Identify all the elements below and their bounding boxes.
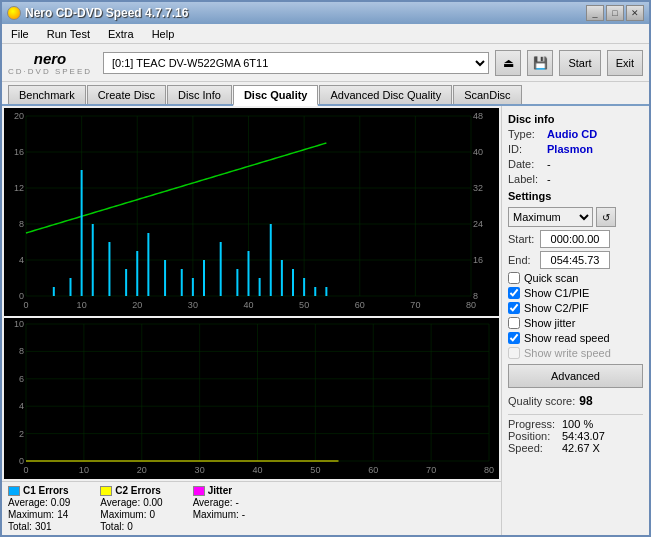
show-c2-checkbox[interactable] [508,302,520,314]
c2-legend: C2 Errors Average:0.00 Maximum:0 Total:0 [100,485,162,532]
title-bar: Nero CD-DVD Speed 4.7.7.16 _ □ ✕ [2,2,649,24]
show-c1-checkbox[interactable] [508,287,520,299]
logo-top: nero [34,50,67,67]
c1-label: C1 Errors [23,485,69,496]
end-time-input[interactable] [540,251,610,269]
nero-logo: nero CD·DVD SPEED [8,50,92,76]
bottom-chart [4,318,499,479]
c1-max-label: Maximum: [8,509,54,520]
c2-total-val: 0 [127,521,133,532]
legend-area: C1 Errors Average:0.09 Maximum:14 Total:… [2,481,501,535]
tab-scan-disc[interactable]: ScanDisc [453,85,521,104]
start-button[interactable]: Start [559,50,600,76]
refresh-button[interactable]: ↺ [596,207,616,227]
jitter-label: Jitter [208,485,232,496]
window-title: Nero CD-DVD Speed 4.7.7.16 [25,6,188,20]
id-label: ID: [508,143,543,155]
main-window: Nero CD-DVD Speed 4.7.7.16 _ □ ✕ File Ru… [0,0,651,537]
speed-select[interactable]: Maximum [508,207,593,227]
progress-label: Progress: [508,418,558,430]
show-read-speed-checkbox[interactable] [508,332,520,344]
tab-disc-quality[interactable]: Disc Quality [233,85,319,106]
menu-extra[interactable]: Extra [103,26,139,42]
show-jitter-label: Show jitter [524,317,575,329]
position-value: 54:43.07 [562,430,605,442]
menu-file[interactable]: File [6,26,34,42]
menu-help[interactable]: Help [147,26,180,42]
progress-value: 100 % [562,418,593,430]
date-label: Date: [508,158,543,170]
start-time-label: Start: [508,233,536,245]
eject-icon[interactable]: ⏏ [495,50,521,76]
menu-run-test[interactable]: Run Test [42,26,95,42]
speed-value: 42.67 X [562,442,600,454]
position-label: Position: [508,430,558,442]
c1-avg-label: Average: [8,497,48,508]
type-row: Type: Audio CD [508,128,643,140]
c1-legend-box [8,486,20,496]
show-c1-row: Show C1/PIE [508,287,643,299]
save-icon[interactable]: 💾 [527,50,553,76]
show-write-speed-checkbox [508,347,520,359]
tab-create-disc[interactable]: Create Disc [87,85,166,104]
tab-disc-info[interactable]: Disc Info [167,85,232,104]
advanced-button[interactable]: Advanced [508,364,643,388]
end-time-label: End: [508,254,536,266]
type-value: Audio CD [547,128,597,140]
close-button[interactable]: ✕ [626,5,644,21]
jitter-avg-val: - [235,497,238,508]
exit-button[interactable]: Exit [607,50,643,76]
speed-label: Speed: [508,442,558,454]
drive-select[interactable]: [0:1] TEAC DV-W522GMA 6T11 [103,52,489,74]
date-value: - [547,158,551,170]
main-content: C1 Errors Average:0.09 Maximum:14 Total:… [2,106,649,535]
disc-label-row: Label: - [508,173,643,185]
logo-bottom: CD·DVD SPEED [8,67,92,76]
charts-area [2,106,501,481]
disc-info-title: Disc info [508,113,643,125]
jitter-max-label: Maximum: [193,509,239,520]
side-panel: Disc info Type: Audio CD ID: Plasmon Dat… [501,106,649,535]
start-time-input[interactable] [540,230,610,248]
c2-max-val: 0 [149,509,155,520]
toolbar: nero CD·DVD SPEED [0:1] TEAC DV-W522GMA … [2,44,649,82]
show-c2-label: Show C2/PIF [524,302,589,314]
show-write-speed-row: Show write speed [508,347,643,359]
show-c2-row: Show C2/PIF [508,302,643,314]
cd-icon [7,6,21,20]
c1-legend: C1 Errors Average:0.09 Maximum:14 Total:… [8,485,70,532]
quality-score-value: 98 [579,394,592,408]
id-value: Plasmon [547,143,593,155]
show-write-speed-label: Show write speed [524,347,611,359]
show-c1-label: Show C1/PIE [524,287,589,299]
c1-max-val: 14 [57,509,68,520]
show-jitter-checkbox[interactable] [508,317,520,329]
c2-avg-label: Average: [100,497,140,508]
jitter-legend: Jitter Average:- Maximum:- [193,485,245,532]
tab-benchmark[interactable]: Benchmark [8,85,86,104]
progress-row: Progress: 100 % [508,418,643,430]
disc-label-label: Label: [508,173,543,185]
c1-avg-val: 0.09 [51,497,70,508]
type-label: Type: [508,128,543,140]
top-chart [4,108,499,316]
show-jitter-row: Show jitter [508,317,643,329]
quick-scan-checkbox[interactable] [508,272,520,284]
jitter-avg-label: Average: [193,497,233,508]
minimize-button[interactable]: _ [586,5,604,21]
c1-total-label: Total: [8,521,32,532]
jitter-legend-box [193,486,205,496]
position-row: Position: 54:43.07 [508,430,643,442]
date-row: Date: - [508,158,643,170]
show-read-speed-label: Show read speed [524,332,610,344]
tab-advanced-disc-quality[interactable]: Advanced Disc Quality [319,85,452,104]
end-time-row: End: [508,251,643,269]
start-time-row: Start: [508,230,643,248]
menu-bar: File Run Test Extra Help [2,24,649,44]
c2-max-label: Maximum: [100,509,146,520]
c2-total-label: Total: [100,521,124,532]
jitter-max-val: - [242,509,245,520]
c2-avg-val: 0.00 [143,497,162,508]
maximize-button[interactable]: □ [606,5,624,21]
c2-label: C2 Errors [115,485,161,496]
